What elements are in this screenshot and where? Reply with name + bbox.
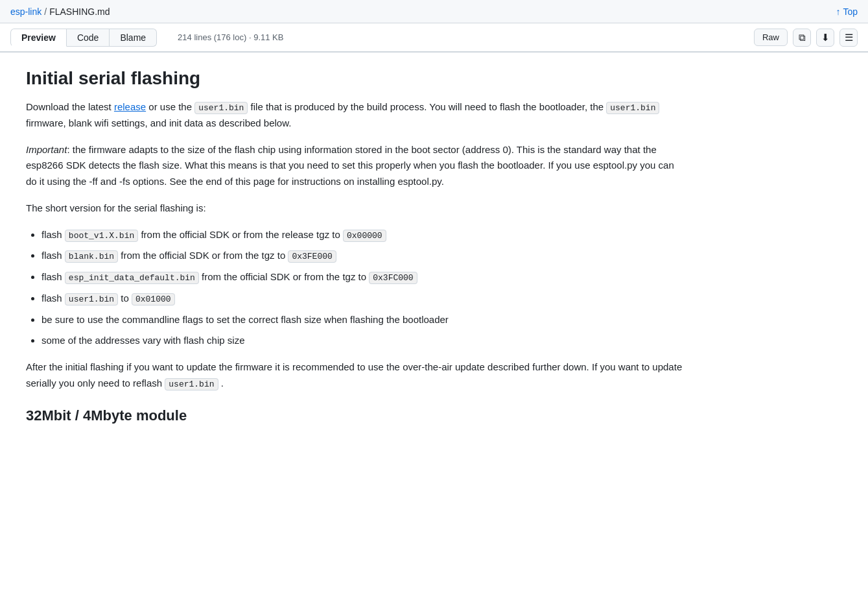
- code-boot-bin: boot_v1.X.bin: [65, 230, 138, 242]
- para1-mid: or use the: [146, 101, 194, 112]
- header-bar: esp-link / FLASHING.md ↑ Top: [0, 0, 868, 23]
- tab-preview[interactable]: Preview: [10, 29, 67, 47]
- menu-button[interactable]: ☰: [839, 29, 858, 47]
- li2-prefix: flash: [41, 250, 65, 261]
- toolbar: Preview Code Blame 214 lines (176 loc) ·…: [0, 23, 868, 52]
- toolbar-right: Raw ⧉ ⬇ ☰: [754, 29, 858, 47]
- tab-blame[interactable]: Blame: [110, 29, 157, 47]
- section-title: Initial serial flashing: [26, 68, 687, 89]
- tab-group: Preview Code Blame: [10, 29, 157, 47]
- para1-prefix: Download the latest: [26, 101, 114, 112]
- code-0x01000: 0x01000: [132, 293, 175, 306]
- code-user1-bin-3: user1.bin: [65, 293, 118, 306]
- paragraph-1: Download the latest release or use the u…: [26, 99, 687, 132]
- breadcrumb-file: FLASHING.md: [49, 6, 110, 17]
- copy-button[interactable]: ⧉: [793, 29, 811, 47]
- li1-prefix: flash: [41, 229, 65, 240]
- para4-end: .: [218, 378, 224, 389]
- paragraph-3: The short version for the serial flashin…: [26, 200, 687, 217]
- code-user1-bin-4: user1.bin: [165, 378, 218, 390]
- li5-text: be sure to use the commandline flags to …: [41, 314, 449, 325]
- section-subtitle: 32Mbit / 4Mbyte module: [26, 407, 687, 424]
- li6-text: some of the addresses vary with flash ch…: [41, 335, 244, 346]
- list-item: flash boot_v1.X.bin from the official SD…: [41, 227, 687, 243]
- li3-middle: from the official SDK or from the tgz to: [199, 271, 369, 282]
- list-item: be sure to use the commandline flags to …: [41, 312, 687, 328]
- li4-middle: to: [118, 293, 132, 304]
- code-blank-bin: blank.bin: [65, 250, 118, 263]
- breadcrumb: esp-link / FLASHING.md: [10, 6, 110, 17]
- menu-icon: ☰: [845, 32, 853, 43]
- para2-important: Important: [26, 144, 67, 155]
- download-icon: ⬇: [821, 32, 830, 43]
- breadcrumb-repo-link[interactable]: esp-link: [10, 6, 41, 17]
- para2-text: : the firmware adapts to the size of the…: [26, 144, 674, 187]
- code-user1-bin-2: user1.bin: [606, 102, 659, 114]
- copy-icon: ⧉: [799, 32, 806, 43]
- tab-code[interactable]: Code: [67, 29, 110, 47]
- li2-middle: from the official SDK or from the tgz to: [118, 250, 288, 261]
- raw-button[interactable]: Raw: [754, 29, 788, 46]
- release-link[interactable]: release: [114, 101, 146, 112]
- list-item: flash blank.bin from the official SDK or…: [41, 248, 687, 264]
- code-0x3FE000: 0x3FE000: [288, 250, 336, 263]
- list-item: some of the addresses vary with flash ch…: [41, 333, 687, 349]
- file-info: 214 lines (176 loc) · 9.11 KB: [178, 32, 283, 42]
- para1-end: firmware, blank wifi settings, and init …: [26, 117, 291, 128]
- li4-prefix: flash: [41, 293, 65, 304]
- top-arrow-icon: ↑: [836, 6, 840, 17]
- paragraph-2: Important: the firmware adapts to the si…: [26, 142, 687, 190]
- code-init-data-bin: esp_init_data_default.bin: [65, 272, 199, 284]
- list-item: flash esp_init_data_default.bin from the…: [41, 269, 687, 285]
- code-user1-bin-1: user1.bin: [194, 102, 248, 114]
- para1-suffix: file that is produced by the build proce…: [248, 101, 606, 112]
- breadcrumb-separator: /: [44, 6, 47, 17]
- list-item: flash user1.bin to 0x01000: [41, 291, 687, 307]
- li1-middle: from the official SDK or from the releas…: [138, 229, 343, 240]
- download-button[interactable]: ⬇: [816, 29, 834, 47]
- top-label: Top: [843, 6, 858, 17]
- paragraph-4: After the initial flashing if you want t…: [26, 359, 687, 392]
- flash-list: flash boot_v1.X.bin from the official SD…: [41, 227, 687, 350]
- para4-text: After the initial flashing if you want t…: [26, 361, 682, 389]
- top-link[interactable]: ↑ Top: [836, 6, 858, 17]
- code-0x3FC000: 0x3FC000: [369, 272, 417, 284]
- code-0x00000: 0x00000: [343, 230, 386, 242]
- main-content: Initial serial flashing Download the lat…: [0, 53, 713, 455]
- li3-prefix: flash: [41, 271, 65, 282]
